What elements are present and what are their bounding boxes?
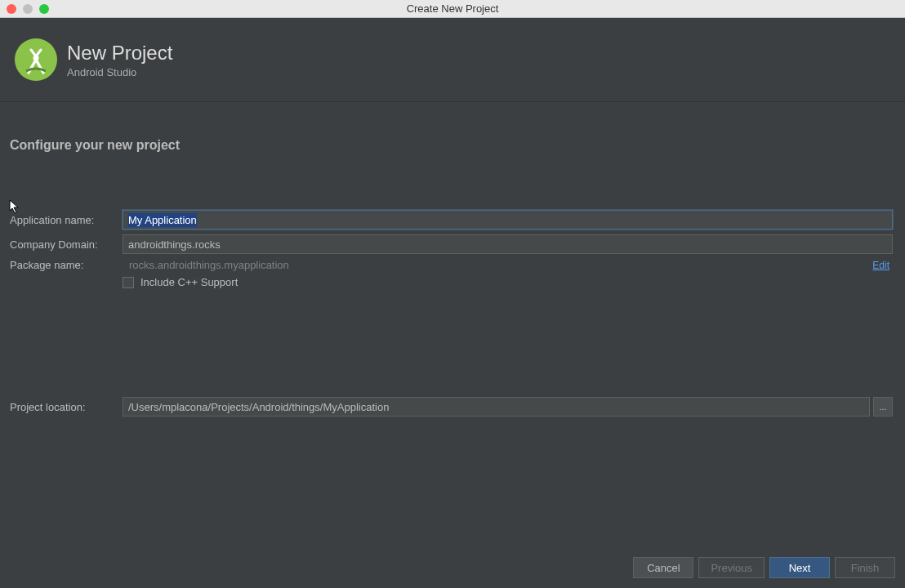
- wizard-title: New Project: [67, 42, 172, 65]
- window-titlebar: Create New Project: [0, 0, 905, 18]
- android-studio-logo-icon: [15, 38, 57, 81]
- include-cpp-checkbox[interactable]: [123, 277, 134, 288]
- maximize-window-button[interactable]: [39, 4, 49, 14]
- previous-button: Previous: [698, 557, 765, 578]
- application-name-input[interactable]: My Application: [123, 210, 893, 229]
- wizard-subtitle: Android Studio: [67, 66, 172, 78]
- wizard-footer: Cancel Previous Next Finish: [633, 557, 895, 578]
- include-cpp-label: Include C++ Support: [140, 276, 238, 288]
- wizard-header: New Project Android Studio: [0, 18, 905, 102]
- traffic-lights: [0, 4, 49, 14]
- cancel-button[interactable]: Cancel: [633, 557, 693, 578]
- close-window-button[interactable]: [7, 4, 16, 14]
- finish-button: Finish: [835, 557, 895, 578]
- section-title: Configure your new project: [10, 138, 893, 153]
- minimize-window-button[interactable]: [23, 4, 33, 14]
- wizard-content: Configure your new project Application n…: [0, 102, 905, 416]
- browse-location-button[interactable]: ...: [873, 397, 893, 416]
- company-domain-input[interactable]: [123, 234, 893, 254]
- next-button[interactable]: Next: [769, 557, 830, 578]
- edit-package-link[interactable]: Edit: [872, 260, 889, 271]
- project-location-input[interactable]: [123, 397, 870, 416]
- window-title: Create New Project: [407, 2, 499, 15]
- package-name-label: Package name:: [10, 259, 123, 271]
- project-location-label: Project location:: [10, 401, 123, 413]
- company-domain-label: Company Domain:: [10, 238, 123, 251]
- package-name-value: rocks.androidthings.myapplication: [123, 259, 872, 271]
- application-name-label: Application name:: [10, 214, 123, 226]
